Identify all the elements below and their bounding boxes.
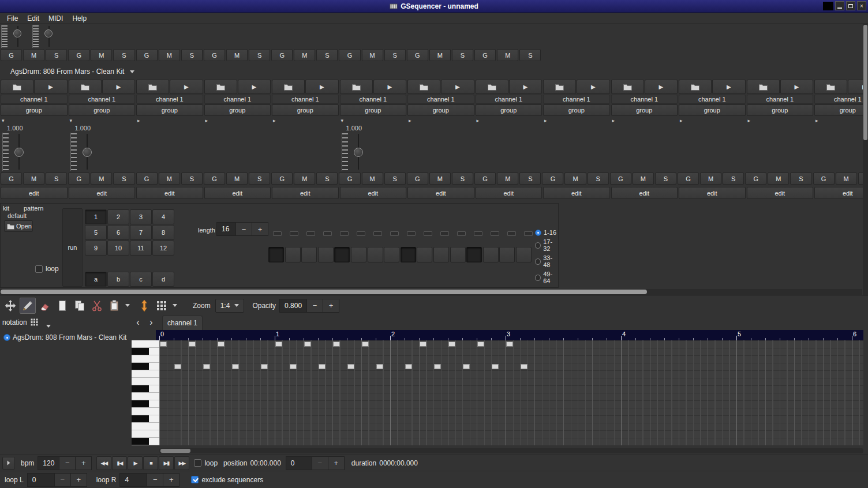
timeline-ruler[interactable]: 0123456 [156,330,863,340]
group-button[interactable]: group [1,104,68,116]
channel-expander-open[interactable]: ▾ [341,118,344,123]
pattern-pad-6[interactable] [351,247,366,262]
slider-knob[interactable] [13,29,21,37]
channel-name-button[interactable]: channel 1 [747,95,814,104]
pattern-index-11-button[interactable]: 11 [130,241,152,256]
play-button[interactable]: ▶ [34,80,67,94]
group-button[interactable]: group [543,104,610,116]
group-toggle-button[interactable]: G [136,172,158,185]
menu-edit[interactable]: Edit [23,14,44,23]
edit-button[interactable]: edit [1,187,68,199]
group-button[interactable]: group [204,104,271,116]
group-button[interactable]: group [407,104,474,116]
position-value[interactable]: 0 [286,456,312,470]
loop-right-value[interactable]: 4 [119,473,147,487]
solo-toggle-button[interactable]: S [588,172,609,185]
machine-hscrollbar[interactable] [0,289,862,295]
pattern-index-8-button[interactable]: 8 [152,225,174,240]
note[interactable] [347,364,354,369]
pattern-pad-15[interactable] [499,247,515,262]
tools-options-button[interactable] [171,298,179,314]
note[interactable] [203,364,210,369]
maximize-button[interactable] [846,1,855,10]
volume-slider[interactable] [9,25,28,48]
pattern-loop-checkbox[interactable]: loop [35,265,59,273]
solo-toggle-button[interactable]: S [181,49,203,61]
machine-radio[interactable]: AgsDrum: 808 From Mars - Clean Kit [3,333,126,341]
channel-name-button[interactable]: channel 1 [272,95,339,104]
scrollbar-thumb[interactable] [1,290,647,294]
group-toggle-button[interactable]: G [339,49,360,61]
slider-knob[interactable] [14,148,24,157]
bank-a-button[interactable]: a [85,272,107,287]
open-audio-file-button[interactable] [679,80,712,94]
solo-toggle-button[interactable]: S [452,172,473,185]
channel-expander-closed[interactable]: ▸ [680,118,683,123]
pattern-index-9-button[interactable]: 9 [85,241,107,256]
channel-name-button[interactable]: channel 1 [814,95,868,104]
slider-knob[interactable] [354,148,363,157]
mute-toggle-button[interactable]: M [159,49,180,61]
mute-toggle-button[interactable]: M [836,172,857,185]
channel-expander-open[interactable]: ▾ [2,118,5,123]
position-tool-button[interactable] [2,298,18,314]
solo-toggle-button[interactable]: S [181,172,203,185]
group-toggle-button[interactable]: G [68,172,89,185]
channel-expander-closed[interactable]: ▸ [612,118,615,123]
edit-button[interactable]: edit [476,187,542,199]
volume-slider[interactable] [78,133,98,171]
mute-toggle-button[interactable]: M [564,172,586,185]
pattern-index-10-button[interactable]: 10 [107,241,129,256]
pattern-pad-5[interactable] [334,247,350,262]
window-menu-button[interactable] [823,2,833,10]
offset-radio-33-48[interactable]: 33-48 [535,254,558,268]
loop-checkbox[interactable]: loop [194,459,218,467]
group-toggle-button[interactable]: G [813,172,835,185]
open-audio-file-button[interactable] [272,80,305,94]
pattern-index-5-button[interactable]: 5 [85,225,107,240]
edit-button[interactable]: edit [611,187,678,199]
group-toggle-button[interactable]: G [204,49,225,61]
mute-toggle-button[interactable]: M [294,172,315,185]
group-button[interactable]: group [136,104,203,116]
group-button[interactable]: group [611,104,678,116]
channel-name-button[interactable]: channel 1 [543,95,610,104]
group-toggle-button[interactable]: G [339,172,360,185]
pattern-pad-7[interactable] [368,247,383,262]
menu-help[interactable]: Help [68,14,91,23]
volume-slider[interactable] [40,25,59,48]
note[interactable] [333,341,340,347]
group-button[interactable]: group [272,104,339,116]
loop-right-decrement-button[interactable]: − [147,473,163,487]
channel-expander-closed[interactable]: ▸ [137,118,140,123]
edit-button[interactable]: edit [340,187,407,199]
channel-name-button[interactable]: channel 1 [340,95,407,104]
pattern-pad-12[interactable] [450,247,466,262]
menu-file[interactable]: File [2,14,23,23]
mute-toggle-button[interactable]: M [91,172,112,185]
mute-toggle-button[interactable]: M [294,49,315,61]
scrollbar-thumb[interactable] [863,25,867,140]
pattern-index-1-button[interactable]: 1 [85,209,107,224]
pattern-pad-13[interactable] [466,247,482,262]
scrollbar-thumb[interactable] [160,449,190,453]
offset-radio-49-64[interactable]: 49-64 [535,271,558,284]
note[interactable] [362,341,369,347]
note[interactable] [319,364,326,369]
edit-button[interactable]: edit [69,187,136,199]
transport-expander-button[interactable] [2,457,15,470]
open-audio-file-button[interactable] [476,80,508,94]
solo-toggle-button[interactable]: S [384,49,406,61]
play-button[interactable]: ▶ [373,80,406,94]
pattern-pad-1[interactable] [268,247,284,262]
pattern-index-2-button[interactable]: 2 [107,209,129,224]
invert-button[interactable] [136,298,152,314]
next-tab-button[interactable]: › [145,316,157,329]
stop-button[interactable]: ■ [143,456,158,470]
channel-expander-closed[interactable]: ▸ [544,118,547,123]
loop-left-value[interactable]: 0 [27,473,55,487]
slider-knob[interactable] [44,29,53,37]
paste-button[interactable] [106,298,122,314]
exclude-sequencers-checkbox[interactable]: exclude sequencers [191,476,263,484]
note[interactable] [218,341,225,347]
